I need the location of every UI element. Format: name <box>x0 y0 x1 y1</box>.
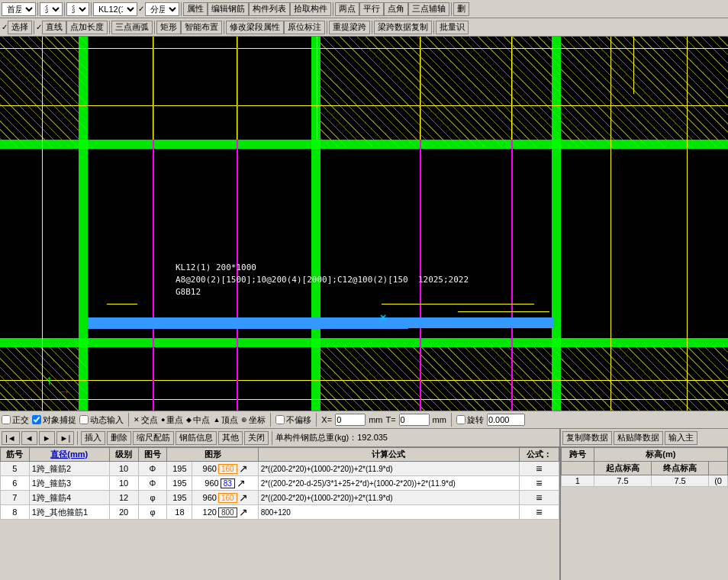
t-input[interactable] <box>399 414 430 426</box>
stirrup-h2 <box>382 304 534 304</box>
point-angle-button[interactable]: 点角 <box>384 2 408 16</box>
point-length-button[interactable]: 点加长度 <box>66 21 108 34</box>
green-beam-h1 <box>0 140 728 149</box>
th-formula2: 公式： <box>519 448 559 462</box>
grid-v6 <box>610 37 611 411</box>
relift-button[interactable]: 重提梁跨 <box>329 21 370 34</box>
snap-checkbox[interactable] <box>32 415 41 424</box>
delete-btn[interactable]: 删除 <box>107 431 131 445</box>
del-button[interactable]: 删 <box>453 2 469 16</box>
last-btn[interactable]: ►| <box>56 431 75 445</box>
cell-grade: Φ <box>138 462 167 476</box>
red-arrow-right: → <box>57 384 71 400</box>
canvas-area[interactable]: × KL12(1) 200*1000 A8@200(2)[1500];10@20… <box>0 37 728 411</box>
cell-figno: 195 <box>167 491 192 505</box>
mid-item: ◆ 中点 <box>186 414 210 426</box>
cross-icon: ✕ <box>134 416 140 424</box>
rebar-info-btn[interactable]: 钢筋信息 <box>176 431 217 445</box>
rect-button[interactable]: 矩形 <box>156 21 181 34</box>
right-table-area: 跨号 标高(m) 起点标高 终点标高 1 7.5 7.5 (0 <box>561 447 728 580</box>
smart-place-button[interactable]: 智能布置 <box>181 21 222 34</box>
beam-name-select[interactable]: 梁 <box>66 2 89 16</box>
panel-div-2 <box>272 431 272 445</box>
no-move-checkbox[interactable] <box>275 415 285 424</box>
selected-beam[interactable] <box>88 317 553 328</box>
green-beam-h2 <box>0 338 728 347</box>
straight-button[interactable]: 直线 <box>42 21 66 34</box>
dot-icon: ● <box>161 416 165 424</box>
ortho-label[interactable]: 正交 <box>2 414 29 426</box>
pick-button[interactable]: 拾取构件 <box>290 2 331 16</box>
modify-span-button[interactable]: 修改梁段属性 <box>226 21 284 34</box>
span-copy-button[interactable]: 梁跨数据复制 <box>374 21 432 34</box>
cell-diameter: 20 <box>109 505 138 520</box>
member-list-button[interactable]: 构件列表 <box>249 2 290 16</box>
rcd-extra: (0 <box>709 475 728 487</box>
cell-name: 1跨_箍筋2 <box>29 462 109 476</box>
three-axis-button[interactable]: 三点辅轴 <box>408 2 449 16</box>
snap-label[interactable]: 对象捕捉 <box>32 414 76 426</box>
rotate-checkbox[interactable] <box>456 415 465 424</box>
prev-btn[interactable]: ◄ <box>21 431 37 445</box>
x-marker: × <box>380 311 386 324</box>
dynamic-label[interactable]: 动态输入 <box>79 414 124 426</box>
bottom-panel: |◄ ◄ ► ►| 插入 删除 缩尺配筋 钢筋信息 其他 关闭 单构件钢筋总重(… <box>0 429 728 580</box>
fig-arrow-icon: ↗ <box>239 462 248 475</box>
rth-extra <box>709 462 728 475</box>
no-move-label[interactable]: 不偏移 <box>275 414 311 426</box>
status-div-1 <box>128 413 129 427</box>
cell-qty-fig: 960 83 ↗ <box>192 476 258 491</box>
attr-button[interactable]: 属性 <box>183 2 208 16</box>
status-div-2 <box>270 413 271 427</box>
copy-drop-btn[interactable]: 复制降数据 <box>562 431 612 445</box>
grid-v7 <box>687 37 688 411</box>
first-btn[interactable]: |◄ <box>2 431 20 445</box>
other-btn[interactable]: 其他 <box>218 431 243 445</box>
two-point-button[interactable]: 两点 <box>335 2 359 16</box>
green-arrow-up: ↑ <box>46 372 53 388</box>
check-icon-1: ✓ <box>2 23 8 31</box>
cell-scroll: ≡ <box>519 505 559 520</box>
right-panel: 复制降数据 粘贴降数据 输入主 跨号 标高(m) 起点标高 终点标高 <box>561 429 728 580</box>
left-panel: |◄ ◄ ► ►| 插入 删除 缩尺配筋 钢筋信息 其他 关闭 单构件钢筋总重(… <box>0 429 561 580</box>
kl-select[interactable]: KL12(1) <box>93 2 137 16</box>
cell-formula: 2*((200-2*20-d-25)/3*1+25+2*d)+(1000-2*2… <box>258 476 519 491</box>
origin-mark-button[interactable]: 原位标注 <box>284 21 325 34</box>
th-figure: 图形 <box>167 448 258 462</box>
rebar-v4 <box>420 37 420 140</box>
th-diameter[interactable]: 直径(mm) <box>29 448 109 462</box>
data-table: 筋号 直径(mm) 级别 图号 图形 计算公式 公式： 5 1跨_箍筋2 10 … <box>0 447 559 580</box>
rcd-start: 7.5 <box>594 475 651 487</box>
fen-select[interactable]: 分层1 <box>145 2 179 16</box>
hatch-tm <box>321 37 561 147</box>
cell-name: 1跨_箍筋3 <box>29 476 109 491</box>
unit-weight-label: 单构件钢筋总重(kg)：192.035 <box>275 432 388 443</box>
rotate-label[interactable]: 旋转 <box>456 414 484 426</box>
divider-11 <box>327 21 327 34</box>
edit-rebar-button[interactable]: 编辑钢筋 <box>208 2 249 16</box>
th-id: 筋号 <box>1 448 30 462</box>
select-button[interactable]: 选择 <box>8 21 32 34</box>
x-input[interactable] <box>335 414 366 426</box>
next-btn[interactable]: ► <box>39 431 55 445</box>
toolbar-row-2: ✓ 选择 ✓ 直线 点加长度 三点画弧 矩形 智能布置 修改梁段属性 原位标注 … <box>0 18 728 37</box>
scale-rebar-btn[interactable]: 缩尺配筋 <box>133 431 174 445</box>
insert-btn[interactable]: 插入 <box>81 431 105 445</box>
table-row: 5 1跨_箍筋2 10 Φ 195 960 160 ↗ 2*((200-2*20… <box>1 462 559 476</box>
divider-2 <box>64 2 65 16</box>
close-btn[interactable]: 关闭 <box>244 431 269 445</box>
ortho-checkbox[interactable] <box>2 415 11 424</box>
input-main-btn[interactable]: 输入主 <box>665 431 697 445</box>
green-beam-v2 <box>311 37 321 411</box>
batch-button[interactable]: 批量识 <box>436 21 469 34</box>
dynamic-checkbox[interactable] <box>79 415 89 424</box>
paste-drop-btn[interactable]: 粘贴降数据 <box>614 431 663 445</box>
element-type-select[interactable]: 梁 <box>40 2 63 16</box>
rth-empty <box>562 462 594 475</box>
layer-select[interactable]: 首层 <box>2 2 36 16</box>
cell-id: 8 <box>1 505 30 520</box>
parallel-button[interactable]: 平行 <box>359 2 384 16</box>
right-toolbar: 复制降数据 粘贴降数据 输入主 <box>561 429 728 447</box>
rotate-input[interactable] <box>487 414 525 426</box>
three-arc-button[interactable]: 三点画弧 <box>111 21 153 34</box>
